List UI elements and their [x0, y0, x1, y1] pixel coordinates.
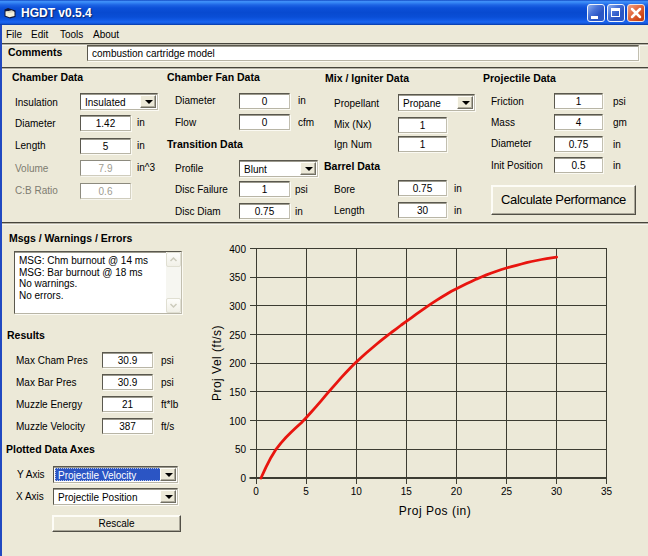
svg-text:0: 0 [240, 473, 246, 484]
svg-text:5: 5 [303, 486, 309, 497]
svg-text:10: 10 [351, 486, 363, 497]
svg-text:300: 300 [229, 301, 246, 312]
svg-text:20: 20 [451, 486, 463, 497]
svg-text:200: 200 [229, 358, 246, 369]
svg-text:35: 35 [601, 486, 613, 497]
svg-text:150: 150 [229, 387, 246, 398]
svg-text:400: 400 [229, 244, 246, 255]
svg-text:Proj Vel (ft/s): Proj Vel (ft/s) [210, 325, 224, 401]
svg-text:Proj Pos (in): Proj Pos (in) [399, 504, 472, 518]
svg-text:50: 50 [235, 444, 247, 455]
svg-text:350: 350 [229, 272, 246, 283]
svg-text:0: 0 [253, 486, 259, 497]
svg-text:30: 30 [551, 486, 563, 497]
svg-text:25: 25 [501, 486, 513, 497]
svg-text:15: 15 [401, 486, 413, 497]
svg-text:250: 250 [229, 330, 246, 341]
svg-text:100: 100 [229, 416, 246, 427]
